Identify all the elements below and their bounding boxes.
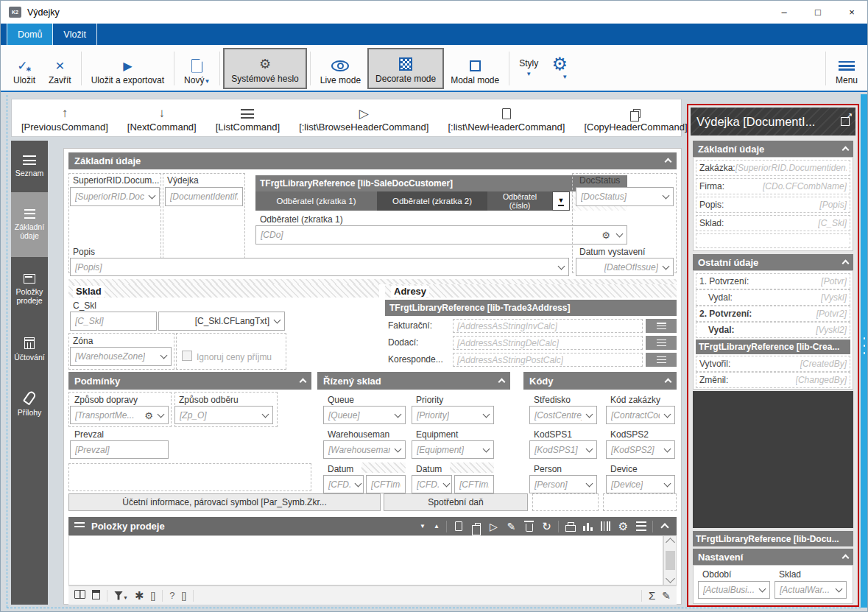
zpo-combobox[interactable]: [Zp_O] (174, 406, 273, 424)
datum1-date-combobox[interactable]: [CFD... (323, 475, 364, 493)
kod-zakazky-combobox[interactable]: [ContractCode] (606, 406, 675, 424)
section-header-rizeny-sklad[interactable]: Řízený sklad (317, 372, 510, 390)
tab-odberatel-zkratka2[interactable]: Odběratel (zkratka 2) (377, 191, 487, 211)
stredisko-combobox[interactable]: [CostCentre] (529, 406, 597, 424)
kodsps2-combobox[interactable]: [KodSPS2] (606, 440, 675, 459)
address-row-value[interactable]: [AddressAsStringPostCalc] (453, 353, 643, 367)
sort-asc-icon[interactable]: ▲ (432, 521, 441, 532)
vydejka-input[interactable]: [DocumentIdentif... (165, 187, 243, 206)
section-header-kody[interactable]: Kódy (523, 372, 677, 390)
close-button[interactable]: × (835, 1, 868, 24)
queue-combobox[interactable]: [Queue] (323, 406, 406, 424)
datum1-time-input[interactable]: [CFTime... (366, 475, 406, 493)
equipment-combobox[interactable]: [Equipment] (412, 440, 494, 459)
decorate-mode-toggle[interactable]: Decorate mode (367, 48, 444, 89)
obdobi-combobox[interactable]: [ActualBusi... (698, 581, 770, 599)
datum2-time-input[interactable]: [CFTim... (454, 475, 494, 493)
inspector-sklad-combobox[interactable]: [ActualWar... (775, 581, 847, 599)
collapse-grid-icon[interactable] (658, 522, 671, 530)
save-button[interactable]: ✓∗ Uložit (7, 48, 42, 89)
sidebar-item-seznam[interactable]: Seznam (11, 141, 48, 192)
barcode-icon[interactable] (599, 521, 612, 531)
columns-icon[interactable] (74, 590, 85, 601)
inspector-section-zakladni-udaje[interactable]: Základní údaje (693, 141, 853, 157)
address-menu-button[interactable] (646, 336, 677, 350)
sum-icon[interactable]: Σ (649, 589, 655, 602)
date-of-issue-combobox[interactable]: [DateOfIssue] (576, 258, 674, 276)
new-button[interactable]: Nový▼ (177, 48, 216, 89)
inspector-section-ostatni-udaje[interactable]: Ostatní údaje (693, 254, 853, 270)
save-export-button[interactable]: ▶ Uložit a exportovat (85, 48, 171, 89)
refresh-icon[interactable]: ↻ (540, 521, 553, 532)
edit-icon[interactable]: ✎ (505, 521, 518, 532)
asterisk-filter-icon[interactable]: ✱ (135, 589, 144, 602)
new-header-command-button[interactable]: [:list\NewHeaderCommand] (438, 99, 574, 136)
delete-icon[interactable] (523, 521, 535, 532)
grid-menu-icon[interactable] (635, 521, 647, 531)
new-row-icon[interactable] (452, 521, 465, 531)
gear-icon[interactable]: ⚙ (144, 409, 153, 421)
sidebar-item-uctovani[interactable]: Účtování (11, 322, 48, 376)
live-mode-toggle[interactable]: Live mode (314, 48, 367, 89)
sidebar-item-zakladni-udaje[interactable]: Základní údaje (11, 192, 48, 257)
sort-desc-icon[interactable]: ▼ (418, 521, 427, 532)
superior-combobox[interactable]: [SuperiorRID.Doc... (70, 187, 160, 206)
cskl-lang-combobox[interactable]: [C_Skl.CFLangTxt] (158, 312, 285, 331)
tab-domu[interactable]: Domů (7, 24, 53, 45)
maximize-button[interactable]: □ (801, 1, 835, 24)
filter-icon[interactable]: ▼ (114, 591, 128, 600)
scroll-down-icon[interactable] (666, 574, 675, 583)
chevron-up-icon[interactable] (665, 158, 672, 166)
modal-mode-toggle[interactable]: Modal mode (444, 48, 506, 89)
print-icon[interactable] (564, 521, 576, 532)
tab-overflow-button[interactable]: ▼ (552, 191, 570, 211)
chevron-up-icon[interactable] (498, 378, 506, 385)
browse-header-command-button[interactable]: ▷ [:list\BrowseHeaderCommand] (289, 99, 438, 136)
list-command-button[interactable]: [ListCommand] (206, 99, 289, 136)
tab-odberatel-zkratka1[interactable]: Odběratel (zkratka 1) (255, 191, 377, 211)
copy-header-command-button[interactable]: [CopyHeaderCommand] (574, 99, 696, 136)
popis-combobox[interactable]: [Popis] (70, 258, 569, 276)
address-row-value[interactable]: [AddressAsStringDelCalc] (453, 336, 643, 350)
kodsps1-combobox[interactable]: [KodSPS1] (529, 440, 597, 459)
brackets2-icon[interactable]: [] (181, 591, 186, 601)
panel-splitter[interactable] (861, 94, 867, 608)
grid-header-polozky-prodeje[interactable]: Položky prodeje ▼ ▲ ▷ ✎ ↻ ⚙ (68, 517, 677, 535)
address-row-value[interactable]: [AddressAsStringInvCalc] (453, 319, 643, 333)
styles-dropdown-button[interactable]: Styly ▼ (512, 48, 545, 89)
help-icon[interactable]: ? (169, 590, 174, 601)
address-menu-button[interactable] (646, 353, 677, 367)
prevzal-input[interactable]: [Prevzal] (70, 440, 169, 459)
warehouseman-combobox[interactable]: [Warehouseman] (323, 440, 406, 459)
section-header-podminky[interactable]: Podmínky (68, 372, 311, 390)
chart-icon[interactable] (582, 521, 594, 531)
minimize-button[interactable]: – (767, 1, 801, 24)
settings-gear-dropdown-button[interactable]: ⚙ ▼ (545, 48, 574, 89)
accounting-info-button[interactable]: Účetní informace, párovací symbol [Par_S… (68, 493, 381, 511)
system-password-toggle[interactable]: ⚙ Systémové heslo (223, 48, 306, 89)
scroll-up-icon[interactable] (666, 538, 675, 547)
chevron-up-icon[interactable] (300, 378, 307, 385)
docstatus-combobox[interactable]: [DocStatus] (576, 187, 674, 206)
address-menu-button[interactable] (646, 319, 677, 333)
previous-command-button[interactable]: ↑ [PreviousCommand] (12, 99, 118, 136)
priority-combobox[interactable]: [Priority] (412, 406, 494, 424)
grid-vertical-scrollbar[interactable] (663, 535, 677, 585)
chevron-up-icon[interactable] (842, 146, 850, 153)
chevron-up-icon[interactable] (842, 259, 850, 267)
scrollbar-thumb[interactable] (666, 551, 675, 570)
external-link-icon[interactable] (841, 117, 850, 126)
sidebar-item-prilohy[interactable]: Přílohy (11, 376, 48, 431)
tab-vlozit[interactable]: Vložit (53, 24, 97, 45)
person-combobox[interactable]: [Person] (529, 475, 597, 493)
menu-button[interactable]: Menu (829, 48, 864, 89)
inspector-title-bar[interactable]: Výdejka [DocumentI... (691, 108, 855, 136)
grid-settings-gear-icon[interactable]: ⚙ (617, 521, 629, 532)
chevron-up-icon[interactable] (665, 378, 672, 385)
inspector-section-nastaveni[interactable]: Nastavení (693, 549, 853, 565)
next-command-button[interactable]: ↓ [NextCommand] (118, 99, 206, 136)
device-combobox[interactable]: [Device] (606, 475, 675, 493)
tab-odberatel-cislo[interactable]: Odběratel (číslo) (487, 191, 552, 211)
cskl-input[interactable]: [C_Skl] (70, 312, 157, 331)
grid-body[interactable] (68, 535, 663, 585)
